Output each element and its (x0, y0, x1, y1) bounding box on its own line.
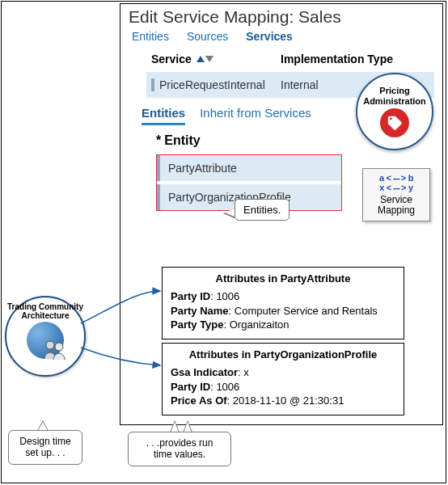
service-mapping-label: Service Mapping (366, 195, 426, 216)
tag-icon (386, 114, 404, 132)
entity-heading-label: Entity (164, 133, 200, 147)
attr-line: Party ID: 1006 (171, 380, 395, 394)
page-title: Edit Service Mapping: Sales (120, 4, 442, 28)
pricing-badge-label: Pricing Administration (357, 86, 432, 105)
entity-row[interactable]: PartyAttribute (157, 155, 341, 181)
subtab-inherit[interactable]: Inherit from Services (200, 106, 311, 125)
entities-callout-tail (223, 209, 235, 217)
pricing-administration-badge: Pricing Administration (356, 73, 433, 150)
sort-desc-icon[interactable] (205, 56, 213, 62)
attr-box1-title: Attributes in PartyAttribute (171, 272, 395, 285)
svg-point-1 (55, 343, 63, 351)
tab-entities[interactable]: Entities (132, 30, 169, 43)
svg-point-0 (46, 341, 54, 349)
people-icon (43, 340, 67, 361)
subtab-entities[interactable]: Entities (142, 106, 185, 125)
pricing-admin-icon (380, 108, 409, 137)
mapping-line-2: x < --- > y (366, 183, 426, 192)
sort-asc-icon[interactable] (197, 56, 205, 62)
attr-line: Party ID: 1006 (171, 289, 395, 304)
design-time-callout: Design time set up. . . (8, 430, 82, 465)
attributes-partyattribute-box: Attributes in PartyAttribute Party ID: 1… (162, 267, 404, 340)
tab-services[interactable]: Services (246, 30, 293, 43)
attr-line: Party Type: Organizaiton (171, 318, 395, 332)
runtime-values-callout: . . .provides run time values. (128, 432, 231, 466)
tca-label: Trading Community Architecture (6, 302, 84, 320)
mapping-line-1: a < --- > b (366, 173, 426, 183)
attr-line: Gsa Indicator: x (171, 365, 395, 380)
service-table-header: Service Implementation Type (146, 49, 434, 69)
attributes-partyorganizationprofile-box: Attributes in PartyOrganizationProfile G… (162, 343, 404, 415)
col-header-impl[interactable]: Implementation Type (281, 53, 429, 65)
globe-icon (27, 322, 64, 359)
required-asterisk: * (156, 133, 161, 147)
col-header-service-label: Service (151, 53, 192, 65)
attr-line: Party Name: Computer Service and Rentals (171, 304, 395, 318)
trading-community-architecture-badge: Trading Community Architecture (5, 296, 86, 377)
sort-icons[interactable] (197, 56, 213, 62)
attr-line: Price As Of: 2018-11-10 @ 21:30:31 (171, 394, 395, 408)
tab-sources[interactable]: Sources (187, 30, 228, 43)
attr-box2-title: Attributes in PartyOrganizationProfile (171, 348, 395, 361)
top-tab-bar: Entities Sources Services (120, 28, 442, 48)
entities-callout: Entities. (235, 199, 290, 221)
col-header-service[interactable]: Service (151, 53, 281, 65)
service-mapping-tile: a < --- > b x < --- > y Service Mapping (362, 168, 430, 221)
service-cell-name: PriceRequestInternal (151, 78, 281, 91)
